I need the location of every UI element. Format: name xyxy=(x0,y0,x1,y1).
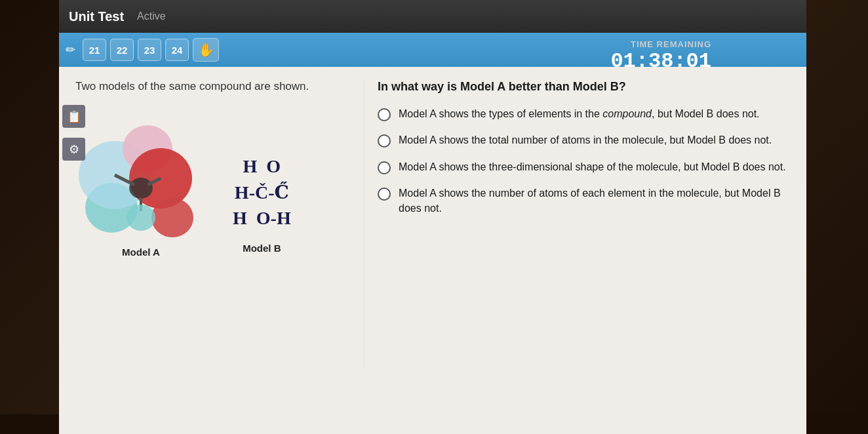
timer-value: 01:38:01 xyxy=(610,49,711,73)
choice-a-text: Model A shows the types of elements in t… xyxy=(399,107,760,121)
page-title: Unit Test xyxy=(69,9,124,24)
choice-a[interactable]: Model A shows the types of elements in t… xyxy=(378,107,790,121)
svg-point-4 xyxy=(151,198,193,237)
nav-question-22[interactable]: 22 xyxy=(110,39,134,61)
atom-settings-icon[interactable]: ⚙ xyxy=(62,138,85,161)
formula-line1: H O xyxy=(233,153,291,179)
model-b-container: H O H‑Č‑C̋ H O‑H Model B xyxy=(226,147,298,254)
formula-line2: H‑Č‑C̋ xyxy=(233,180,291,205)
models-display: Model A H O H‑Č‑C̋ H O‑H Model B xyxy=(75,103,351,260)
choice-d-text: Model A shows the number of atoms of eac… xyxy=(399,186,790,216)
choice-c-text: Model A shows the three-dimensional shap… xyxy=(399,160,786,174)
nav-question-23[interactable]: 23 xyxy=(138,39,161,61)
svg-point-9 xyxy=(127,205,155,231)
choice-d[interactable]: Model A shows the number of atoms of eac… xyxy=(378,186,790,216)
status-badge: Active xyxy=(137,10,166,22)
sidebar-icons: 📋 ⚙ xyxy=(62,105,85,161)
hand-tool-button[interactable]: ✋ xyxy=(193,38,219,62)
choice-c[interactable]: Model A shows the three-dimensional shap… xyxy=(378,160,790,174)
timer-box: TIME REMAINING 01:38:01 xyxy=(610,39,711,73)
formula-line3: H O‑H xyxy=(233,205,291,231)
answer-choices: Model A shows the types of elements in t… xyxy=(378,107,790,216)
document-icon[interactable]: 📋 xyxy=(62,105,85,128)
model-a-container: Model A xyxy=(75,109,207,254)
model-b-formula: H O H‑Č‑C̋ H O‑H xyxy=(226,147,298,237)
question-section: In what way is Model A better than Model… xyxy=(364,80,790,368)
radio-c[interactable] xyxy=(378,161,391,174)
radio-b[interactable] xyxy=(378,134,391,148)
choice-b[interactable]: Model A shows the total number of atoms … xyxy=(378,133,790,148)
top-bar: Unit Test Active xyxy=(59,0,806,33)
pencil-icon: ✏ xyxy=(66,43,75,57)
question-prompt: In what way is Model A better than Model… xyxy=(378,80,790,94)
model-b-label: Model B xyxy=(243,243,281,254)
radio-d[interactable] xyxy=(378,187,391,201)
content-area: Two models of the same compound are show… xyxy=(59,67,806,382)
timer-label: TIME REMAINING xyxy=(610,39,711,49)
model-a-label: Model A xyxy=(75,247,207,258)
nav-question-21[interactable]: 21 xyxy=(83,39,106,61)
nav-question-24[interactable]: 24 xyxy=(165,39,189,61)
left-prompt: Two models of the same compound are show… xyxy=(75,80,351,93)
models-section: Two models of the same compound are show… xyxy=(75,80,351,368)
radio-a[interactable] xyxy=(378,108,391,121)
choice-b-text: Model A shows the total number of atoms … xyxy=(399,133,772,148)
svg-point-5 xyxy=(129,178,153,199)
molecule-svg xyxy=(75,109,207,241)
